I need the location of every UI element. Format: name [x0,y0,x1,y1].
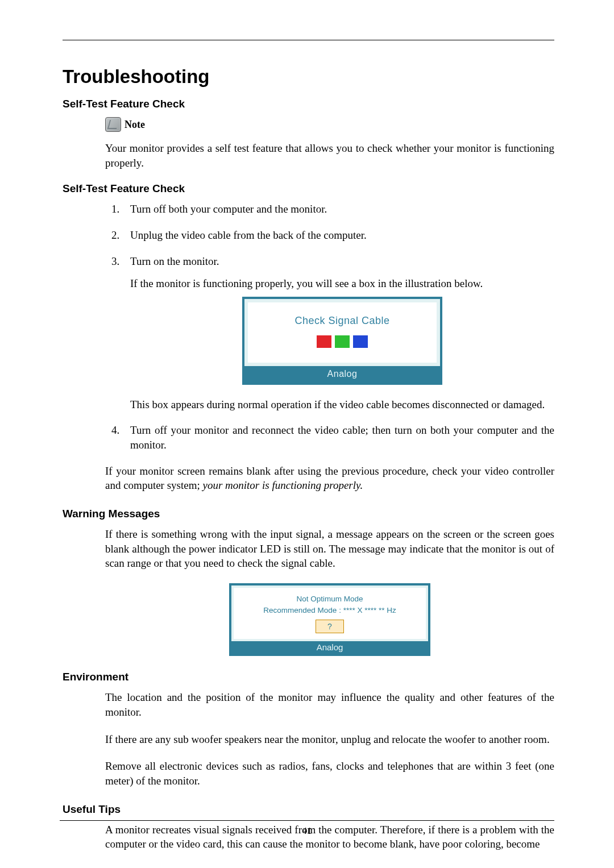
question-mark-icon: ? [316,620,344,633]
rgb-squares [248,335,437,348]
step3-follow-text-2: This box appears during normal operation… [130,397,554,412]
environment-content: The location and the position of the mon… [105,690,554,788]
selftest1-intro-text: Your monitor provides a self test featur… [105,141,554,170]
warning-body-text: If there is something wrong with the inp… [105,527,554,571]
check-signal-cable-box: Check Signal Cable Analog [242,297,442,385]
note-label: Note [125,119,145,131]
note-callout: Note [105,117,554,132]
not-optimum-mode-box: Not Optimum Mode Recommended Mode : ****… [229,583,430,657]
list-item: Unplug the video cable from the back of … [122,228,554,243]
document-page: Troubleshooting Self-Test Feature Check … [0,0,614,868]
step3-follow-text: If the monitor is functioning properly, … [130,276,554,291]
step3-text: Turn on the monitor. [130,255,219,267]
note-icon [105,117,121,132]
optimum-box-inner: Not Optimum Mode Recommended Mode : ****… [234,588,426,639]
optimum-line2: Recommended Mode : **** X **** ** Hz [234,605,426,616]
selftest-conclusion: If your monitor screen remains blank aft… [105,464,554,493]
header-rule [63,40,554,40]
page-footer: 41 [60,820,554,837]
blue-square-icon [353,335,368,348]
warning-content: If there is something wrong with the inp… [105,527,554,656]
environment-p3: Remove all electronic devices such as ra… [105,759,554,788]
section-heading-environment: Environment [63,671,554,683]
page-number: 41 [60,825,554,837]
selftest2-content: Turn off both your computer and the moni… [105,202,554,493]
signal-box-footer: Analog [244,366,440,383]
signal-box-inner: Check Signal Cable [248,302,437,363]
environment-p1: The location and the position of the mon… [105,690,554,719]
green-square-icon [335,335,350,348]
section-heading-selftest-1: Self-Test Feature Check [63,98,554,110]
red-square-icon [317,335,331,348]
section-heading-selftest-2: Self-Test Feature Check [63,182,554,195]
conclusion-italic: your monitor is functioning properly. [203,479,363,491]
page-title: Troubleshooting [63,66,554,88]
list-item: Turn off your monitor and reconnect the … [122,423,554,452]
selftest-steps-list: Turn off both your computer and the moni… [105,202,554,452]
environment-p2: If there are any sub woofer speakers nea… [105,732,554,747]
footer-rule [60,820,554,821]
list-item: Turn on the monitor. If the monitor is f… [122,254,554,412]
section-heading-tips: Useful Tips [63,803,554,816]
optimum-box-footer: Analog [231,641,428,654]
section-heading-warning: Warning Messages [63,508,554,520]
list-item: Turn off both your computer and the moni… [122,202,554,217]
optimum-line1: Not Optimum Mode [234,593,426,605]
signal-box-title: Check Signal Cable [248,314,437,327]
selftest1-content: Note Your monitor provides a self test f… [105,117,554,170]
